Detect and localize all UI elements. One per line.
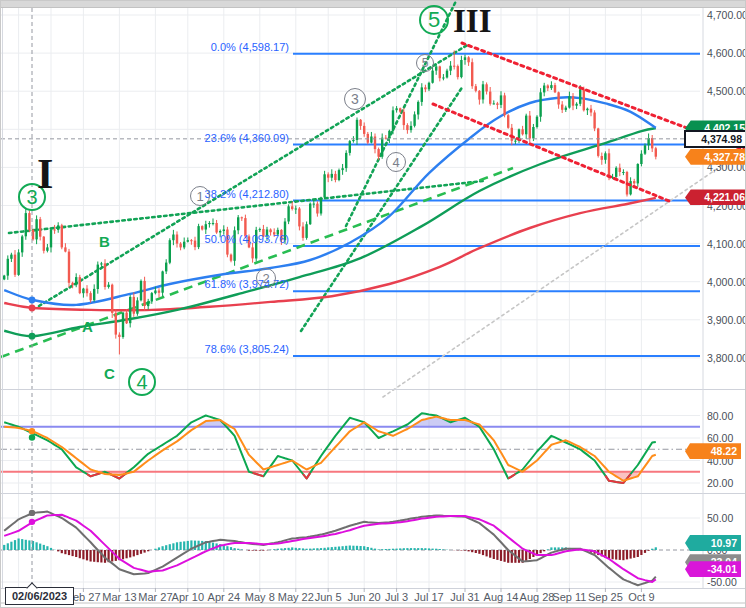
time-axis-label: Mar 27 [138,591,172,603]
oscillator-axis-label: 80.00 [707,410,733,422]
price-axis-label: 3,900.00 [707,314,746,326]
price-axis-label: 4,100.00 [707,238,746,250]
wave-gray-circle-2: 2 [256,268,276,288]
time-axis-label: May 8 [245,591,275,603]
wave-gray-circle-4: 4 [386,152,406,172]
time-axis-label: Jul 31 [450,591,479,603]
time-axis-label: Aug 28 [520,591,555,603]
time-axis-label: Mar 13 [102,591,136,603]
fib-level-label: 78.6% (3,805.24) [129,343,289,355]
wave-gray-circle-1: 1 [190,186,210,206]
time-axis-label: May 22 [278,591,314,603]
time-axis-label: Apr 10 [172,591,204,603]
wave-green-circle-4: 4 [128,368,156,396]
fib-level-label: 50.0% (4,093.76) [129,233,289,245]
crosshair-price: 4,374.98 [685,131,746,147]
last-price: 4,327.78 [685,149,746,165]
time-axis-label: Aug 14 [484,591,519,603]
stoch-value-badge: 48.22 [685,443,741,459]
macd-axis-label: -50.00 [707,576,737,588]
price-axis-label: 4,500.00 [707,85,746,97]
time-axis-label: Jul 3 [385,591,408,603]
chart-plot-area[interactable] [1,1,746,608]
time-axis-label: Jun 20 [348,591,381,603]
time-axis-label: Jul 17 [414,591,443,603]
time-axis-label: Oct 9 [628,591,654,603]
wave-letter-B: B [99,233,110,250]
wave-roman-III: III [453,5,492,38]
time-axis-label: Apr 24 [208,591,240,603]
wave-letter-A: A [82,318,93,335]
time-axis-label: Jun 5 [315,591,342,603]
wave-green-circle-5: 5 [419,5,449,35]
wave-roman-I: I [37,153,53,195]
fib-level-label: 23.6% (4,360.09) [129,132,289,144]
hist-value: 10.97 [685,535,741,551]
wave-gray-circle-5: 5 [416,54,434,72]
oscillator-axis-label: 60.00 [707,432,733,444]
price-axis-label: 4,600.00 [707,47,746,59]
crosshair-date-box: 02/06/2023 [5,587,74,605]
time-axis-label: Sep 11 [552,591,586,603]
price-axis-label: 4,000.00 [707,276,746,288]
macd-axis-label: 50.00 [707,512,733,524]
red-ma-value: 4,221.06 [685,189,746,205]
price-axis-label: 3,800.00 [707,352,746,364]
signal-line-value: -34.01 [685,561,741,577]
time-axis-label: Sep 25 [588,591,623,603]
wave-gray-circle-3: 3 [344,88,366,110]
oscillator-axis-label: 20.00 [707,477,733,489]
price-axis-label: 4,700.00 [707,9,746,21]
fib-level-label: 0.0% (4,598.17) [129,41,289,53]
wave-letter-C: C [104,365,115,382]
charting-app-window: 0.0% (4,598.17)23.6% (4,360.09)38.2% (4,… [0,0,746,608]
